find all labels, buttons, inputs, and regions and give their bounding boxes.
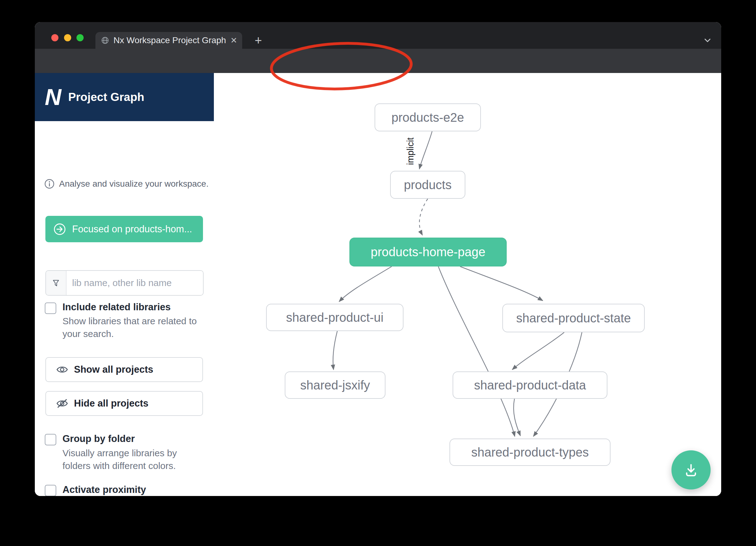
graph-node-shared-product-types[interactable]: shared-product-types (449, 438, 611, 466)
group-by-folder-label: Group by folder (62, 433, 135, 444)
group-by-folder-desc: Visually arrange libraries by folders wi… (62, 447, 205, 472)
activate-proximity-checkbox[interactable] (45, 485, 56, 496)
edge-state-shared-product-data (512, 332, 564, 369)
group-by-folder-checkbox[interactable] (45, 434, 56, 445)
browser-window: Nx Workspace Project Graph ✕ + (35, 22, 721, 496)
graph-node-products-home-page[interactable]: products-home-page (349, 238, 507, 267)
maximize-window-button[interactable] (76, 34, 84, 41)
page-title: Project Graph (68, 91, 144, 104)
edge-products-products-home-page (419, 199, 428, 235)
eye-icon (55, 363, 69, 376)
include-related-label: Include related libraries (62, 301, 171, 313)
edge-home-shared-product-ui (339, 267, 392, 301)
include-related-checkbox[interactable] (45, 302, 56, 314)
funnel-icon (46, 271, 67, 295)
graph-node-shared-product-ui[interactable]: shared-product-ui (266, 304, 403, 331)
tab-strip: Nx Workspace Project Graph ✕ + (35, 22, 721, 49)
minimize-window-button[interactable] (64, 34, 71, 41)
edge-home-shared-product-state (460, 267, 543, 300)
show-all-projects-label: Show all projects (74, 364, 153, 375)
info-icon (44, 179, 55, 189)
graph-node-shared-jsxify[interactable]: shared-jsxify (285, 371, 385, 399)
chevron-down-icon[interactable] (700, 33, 715, 48)
edge-ui-shared-jsxify (333, 331, 337, 369)
filter-box (45, 270, 204, 296)
tagline-text: Analyse and visualize your workspace. (59, 179, 209, 189)
tagline-row: Analyse and visualize your workspace. (44, 179, 209, 189)
focused-button[interactable]: Focused on products-hom... (45, 216, 203, 242)
new-tab-button[interactable]: + (250, 32, 267, 49)
graph-node-products[interactable]: products (390, 171, 465, 199)
graph-node-shared-product-state[interactable]: shared-product-state (502, 304, 645, 332)
edge-label-implicit: implicit (405, 138, 415, 165)
graph-node-shared-product-data[interactable]: shared-product-data (453, 371, 607, 399)
hide-all-projects-label: Hide all projects (74, 398, 148, 409)
filter-input[interactable] (67, 271, 203, 295)
nx-logo: N (45, 84, 60, 110)
browser-toolbar: nrwl-nx-examples-dep-graph.netlify.app/?… (35, 49, 721, 73)
close-window-button[interactable] (51, 34, 58, 41)
download-image-button[interactable] (671, 450, 711, 489)
globe-favicon-icon (101, 36, 109, 44)
focused-button-label: Focused on products-hom... (72, 224, 192, 235)
graph-area[interactable]: implicit products-e2eproductsproducts-ho… (214, 73, 721, 496)
activate-proximity-label: Activate proximity (62, 484, 146, 495)
tab-close-icon[interactable]: ✕ (230, 36, 237, 45)
graph-node-products-e2e[interactable]: products-e2e (375, 103, 481, 131)
focus-arrow-icon (53, 223, 67, 236)
edge-home-shared-product-types (438, 267, 515, 436)
tab-title: Nx Workspace Project Graph (113, 35, 228, 45)
sidebar-header: N Project Graph (35, 73, 214, 121)
show-all-projects-button[interactable]: Show all projects (45, 357, 203, 382)
browser-tab[interactable]: Nx Workspace Project Graph ✕ (95, 32, 242, 49)
eye-off-icon (55, 397, 69, 410)
hide-all-projects-button[interactable]: Hide all projects (45, 391, 203, 416)
sidebar: N Project Graph Analyse and visualize yo… (35, 73, 214, 496)
edge-products-e2e-products (419, 131, 432, 169)
screenshot-canvas: Nx Workspace Project Graph ✕ + (0, 0, 756, 546)
download-icon (682, 461, 700, 479)
graph-edges: implicit (214, 73, 721, 496)
edge-data-shared-product-types (514, 399, 520, 436)
include-related-desc: Show libraries that are related to your … (62, 314, 205, 340)
